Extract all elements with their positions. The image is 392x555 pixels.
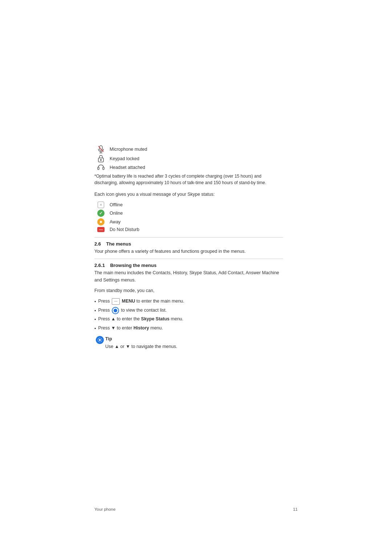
offline-label: Offline xyxy=(110,202,123,207)
tip-content: Tip Use ▲ or ▼ to navigate the menus. xyxy=(105,336,177,350)
menu-bold-label: MENU xyxy=(122,299,135,304)
headset-label: Headset attached xyxy=(110,165,145,170)
menu-button-icon xyxy=(112,298,120,305)
svg-rect-7 xyxy=(98,167,99,170)
section-2-6-1-title: Browsing the menus xyxy=(110,263,156,268)
section-divider-1 xyxy=(94,237,283,238)
bullet-list: • Press MENU to enter the main menu. • P… xyxy=(94,298,283,332)
svg-rect-8 xyxy=(103,167,104,170)
bullet-item-skype-status: • Press ▲ to enter the Skype Status menu… xyxy=(94,316,283,323)
headset-icon xyxy=(97,164,105,171)
mic-muted-icon xyxy=(98,145,104,153)
svg-rect-6 xyxy=(101,160,101,161)
bullet-item-contacts: • Press to view the contact list. xyxy=(94,307,283,315)
section-2-6-1-number: 2.6.1 xyxy=(94,263,105,268)
online-label: Online xyxy=(110,211,123,216)
footer-right: 11 xyxy=(293,507,298,511)
tip-text: Use ▲ or ▼ to navigate the menus. xyxy=(105,343,177,350)
bullet-text-3: Press ▲ to enter the Skype Status menu. xyxy=(98,316,184,323)
keypad-locked-label: Keypad locked xyxy=(110,156,139,161)
status-row-offline: Offline xyxy=(94,202,283,208)
section-2-6-1-text: The main menu includes the Contacts, His… xyxy=(94,270,283,284)
section-2-6-heading: 2.6 The menus xyxy=(94,241,283,247)
tip-box: Tip Use ▲ or ▼ to navigate the menus. xyxy=(94,336,283,350)
keypad-locked-row: Keypad locked xyxy=(94,155,283,162)
footer-left: Your phone xyxy=(94,507,115,511)
tip-icon-wrap xyxy=(94,336,105,344)
bullet-dot-3: • xyxy=(94,316,96,323)
dnd-label: Do Not Disturb xyxy=(110,227,139,232)
history-bold: History xyxy=(134,325,149,331)
section-2-6-text: Your phone offers a variety of features … xyxy=(94,248,283,255)
content-area: Microphone muted Keypad locked xyxy=(94,145,283,350)
bullet-text-1: Press MENU to enter the main menu. xyxy=(98,298,184,305)
online-icon-cell xyxy=(94,210,107,217)
footnote-text: *Optimal battery life is reached after 3… xyxy=(94,173,283,186)
keypad-locked-icon xyxy=(98,155,104,162)
bullet-text-4: Press ▼ to enter History menu. xyxy=(98,325,163,332)
away-icon-cell xyxy=(94,218,107,226)
bullet-item-history: • Press ▼ to enter History menu. xyxy=(94,325,283,332)
bullet-dot-1: • xyxy=(94,298,96,305)
dnd-icon-cell xyxy=(94,227,107,232)
section-2-6-number: 2.6 xyxy=(94,241,101,247)
bullet-dot-2: • xyxy=(94,307,96,315)
contact-list-icon xyxy=(112,307,119,314)
section-divider-2 xyxy=(94,259,283,259)
mic-muted-label: Microphone muted xyxy=(110,147,147,152)
online-icon xyxy=(97,210,105,217)
away-label: Away xyxy=(110,219,121,224)
mic-muted-icon-cell xyxy=(94,145,107,153)
bullet-text-2: Press to view the contact list. xyxy=(98,307,167,314)
skype-status-bold: Skype Status xyxy=(141,316,170,321)
status-row-online: Online xyxy=(94,210,283,217)
offline-icon-cell xyxy=(94,202,107,208)
dnd-icon xyxy=(97,227,105,232)
page-footer: Your phone 11 xyxy=(94,507,298,511)
section-2-6-title: The menus xyxy=(106,241,131,247)
offline-icon xyxy=(98,202,104,208)
skype-status-list: Offline Online Away Do Not xyxy=(94,202,283,232)
status-row-dnd: Do Not Disturb xyxy=(94,227,283,232)
status-row-away: Away xyxy=(94,218,283,226)
bullet-dot-4: • xyxy=(94,325,96,332)
contact-list-icon-inner xyxy=(114,309,117,312)
bullet-item-menu: • Press MENU to enter the main menu. xyxy=(94,298,283,305)
from-standby-text: From standby mode, you can, xyxy=(94,287,283,294)
skype-intro: Each icon gives you a visual message of … xyxy=(94,191,283,198)
keypad-locked-icon-cell xyxy=(94,155,107,162)
svg-point-9 xyxy=(99,339,101,341)
tip-icon-svg xyxy=(97,337,102,343)
section-2-6-1-heading: 2.6.1 Browsing the menus xyxy=(94,263,283,268)
tip-gear-icon xyxy=(96,336,104,344)
tip-title: Tip xyxy=(105,336,177,343)
headset-icon-cell xyxy=(94,164,107,171)
away-icon xyxy=(97,218,105,226)
page: Microphone muted Keypad locked xyxy=(0,0,392,555)
mic-muted-row: Microphone muted xyxy=(94,145,283,153)
headset-row: Headset attached xyxy=(94,164,283,171)
